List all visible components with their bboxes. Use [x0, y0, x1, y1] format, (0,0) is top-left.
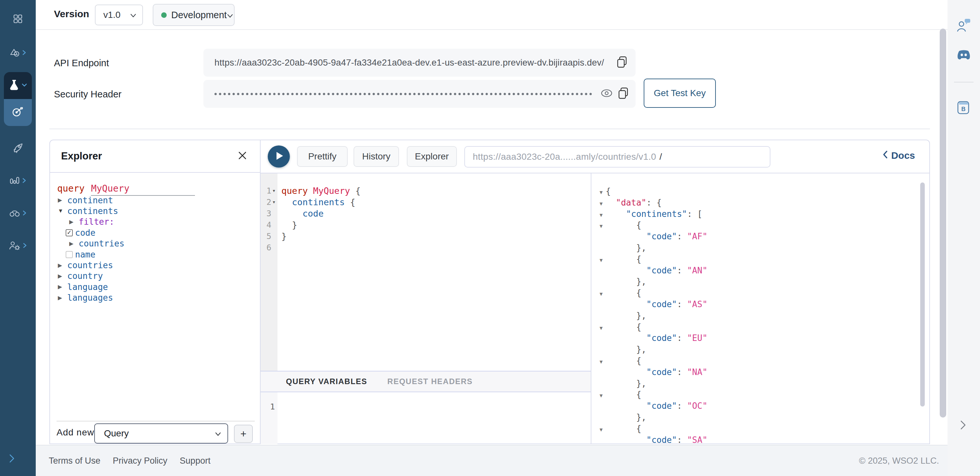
sidebar-item-dashboard[interactable] — [0, 11, 36, 27]
json-value: "AS" — [687, 299, 707, 309]
sidebar-item-deploy[interactable] — [0, 140, 36, 156]
fold-arrow-icon[interactable]: ▼ — [597, 390, 606, 401]
tree-label[interactable]: filter: — [79, 217, 115, 227]
chevron-right-expand-icon — [8, 454, 15, 465]
sidebar-active-group — [4, 72, 32, 126]
query-editor[interactable]: 1 ▾ query MyQuery { 2 ▾ continents { — [261, 173, 591, 371]
tree-toggle-icon[interactable]: ▶ — [58, 273, 67, 279]
tree-label[interactable]: countries — [67, 260, 113, 270]
tree-toggle-icon[interactable]: ▶ — [58, 295, 67, 301]
tree-toggle-icon[interactable]: ▶ — [69, 219, 78, 225]
get-test-key-button[interactable]: Get Test Key — [644, 79, 716, 108]
copy-button[interactable] — [617, 56, 627, 69]
copy-button[interactable] — [618, 87, 628, 100]
add-new-select[interactable]: Query — [94, 424, 228, 444]
fold-arrow-icon[interactable]: ▼ — [597, 187, 606, 198]
security-header-field — [204, 80, 636, 108]
environment-select[interactable]: Development — [153, 4, 235, 26]
fold-arrow-icon[interactable]: ▼ — [597, 357, 606, 368]
tree-row[interactable]: name — [50, 249, 260, 260]
response-scrollbar[interactable] — [920, 182, 925, 406]
tree-row[interactable]: ▶ filter: — [50, 217, 260, 227]
query-keyword: query — [57, 183, 84, 194]
tree-label[interactable]: continent — [67, 195, 113, 205]
tree-toggle-icon[interactable]: ✓ — [66, 229, 73, 236]
topbar-divider — [36, 29, 948, 30]
request-url-input[interactable]: https://aaa3023c-20a......amly/countries… — [465, 146, 770, 168]
tree-row[interactable]: ▶ countries — [50, 238, 260, 249]
tree-row[interactable]: ▶ language — [50, 281, 260, 292]
rail-collapse-button[interactable] — [959, 419, 967, 432]
footer-link-privacy[interactable]: Privacy Policy — [113, 456, 167, 466]
fold-arrow-icon[interactable]: ▾ — [271, 197, 277, 208]
version-select[interactable]: v1.0 — [95, 5, 143, 25]
sidebar-item-test[interactable] — [4, 72, 32, 99]
shapes-icon — [10, 48, 19, 57]
execute-query-button[interactable] — [268, 146, 290, 168]
sidebar-item-admin[interactable] — [0, 238, 36, 253]
tree-row[interactable]: ▶ languages — [50, 292, 260, 303]
tab-request-headers[interactable]: REQUEST HEADERS — [387, 377, 473, 386]
history-button[interactable]: History — [353, 146, 399, 167]
tree-label[interactable]: code — [75, 228, 95, 238]
chevron-right-icon — [22, 243, 27, 248]
tree-label[interactable]: continents — [67, 206, 118, 216]
explorer-title: Explorer — [61, 150, 102, 162]
copy-icon — [617, 56, 627, 69]
response-line: ▼ { — [597, 254, 929, 265]
footer-link-terms[interactable]: Terms of Use — [49, 456, 100, 466]
response-panel: ▼{ ▼ "data": { ▼ "continents": [ ▼ { "co… — [592, 173, 929, 444]
line-number: 1 — [266, 185, 271, 197]
sidebar-item-try-it[interactable] — [4, 99, 32, 126]
binoculars-icon — [10, 209, 20, 217]
fold-arrow-icon[interactable]: ▼ — [597, 255, 606, 266]
tree-label[interactable]: countries — [79, 239, 124, 248]
query-variables-editor[interactable] — [277, 392, 591, 444]
response-line: ▼{ — [597, 186, 929, 197]
sidebar-item-discover[interactable] — [0, 205, 36, 221]
close-icon — [237, 150, 248, 162]
variables-line-number: 1 — [261, 402, 275, 411]
sidebar-item-observe[interactable] — [0, 173, 36, 188]
discord-button[interactable] — [948, 49, 980, 62]
prettify-button[interactable]: Prettify — [297, 146, 348, 167]
tree-toggle-icon[interactable]: ▼ — [58, 208, 67, 214]
tab-query-variables[interactable]: QUERY VARIABLES — [286, 377, 367, 386]
fold-arrow-icon[interactable]: ▾ — [271, 185, 277, 197]
explorer-close-button[interactable] — [237, 150, 248, 162]
feedback-button[interactable] — [948, 18, 980, 33]
explorer-toggle-button[interactable]: Explorer — [407, 146, 457, 167]
add-new-label: Add new — [57, 427, 94, 438]
tree-row[interactable]: ▼ continents — [50, 206, 260, 216]
fold-arrow-icon[interactable]: ▼ — [597, 221, 606, 232]
fold-arrow-icon[interactable]: ▼ — [597, 323, 606, 334]
tree-row[interactable]: ✓ code — [50, 227, 260, 238]
masked-security-value — [215, 93, 592, 95]
fold-arrow-icon[interactable]: ▼ — [597, 424, 606, 436]
add-new-button[interactable]: + — [234, 425, 253, 443]
tree-toggle-icon[interactable]: ▶ — [58, 284, 67, 290]
variables-gutter — [261, 392, 277, 444]
tree-toggle-icon[interactable]: ▶ — [58, 197, 67, 203]
fold-arrow-icon[interactable]: ▼ — [597, 210, 606, 221]
reveal-button[interactable] — [600, 89, 613, 99]
tree-label[interactable]: country — [67, 271, 103, 281]
docs-portal-button[interactable]: B — [948, 101, 980, 116]
fold-arrow-icon[interactable]: ▼ — [597, 198, 606, 210]
tree-toggle-icon[interactable]: ▶ — [58, 262, 67, 269]
fold-arrow-icon[interactable]: ▼ — [597, 289, 606, 300]
tree-label[interactable]: name — [75, 250, 95, 259]
query-name-input[interactable]: MyQuery — [91, 183, 195, 196]
tree-label[interactable]: language — [67, 282, 108, 292]
docs-link[interactable]: Docs — [882, 150, 915, 161]
tree-toggle-icon[interactable]: ▶ — [69, 240, 78, 247]
page-scrollbar[interactable] — [940, 29, 946, 417]
tree-label[interactable]: languages — [67, 293, 113, 303]
sidebar-expand-button[interactable] — [5, 452, 19, 466]
tree-row[interactable]: ▶ country — [50, 271, 260, 281]
tree-row[interactable]: ▶ countries — [50, 260, 260, 270]
sidebar-item-design[interactable] — [0, 45, 36, 60]
tree-row[interactable]: ▶ continent — [50, 195, 260, 206]
tree-toggle-icon[interactable] — [66, 251, 73, 258]
footer-link-support[interactable]: Support — [180, 456, 210, 466]
